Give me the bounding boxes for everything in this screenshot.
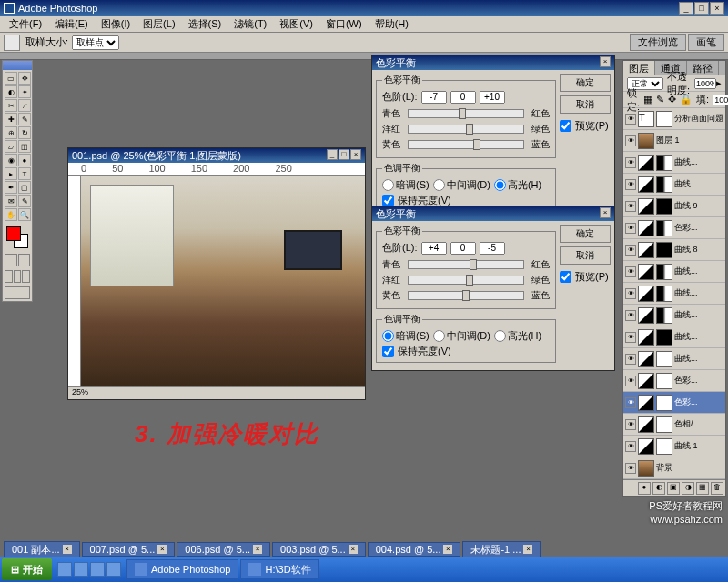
layer-mask-thumb[interactable] <box>656 242 672 258</box>
screen-3[interactable] <box>22 270 30 283</box>
layer-thumb[interactable] <box>638 155 654 171</box>
layer-thumb[interactable] <box>638 176 654 193</box>
radio-input[interactable] <box>433 179 445 191</box>
color-swatches[interactable] <box>6 226 28 248</box>
folder-icon[interactable]: ▣ <box>667 482 680 495</box>
layer-mask-thumb[interactable] <box>656 286 672 302</box>
tab-close-icon[interactable]: × <box>63 545 72 554</box>
eye-icon[interactable]: 👁 <box>625 201 636 212</box>
eye-icon[interactable]: 👁 <box>625 266 636 277</box>
mask-icon[interactable]: ◐ <box>652 482 665 495</box>
tool-brush[interactable]: ✎ <box>18 113 31 125</box>
new-layer-icon[interactable]: ▦ <box>696 482 709 495</box>
doc-min[interactable]: _ <box>327 149 338 160</box>
ql-2[interactable] <box>74 562 88 577</box>
menu-help[interactable]: 帮助(H) <box>369 16 414 32</box>
layer-mask-thumb[interactable] <box>656 155 672 171</box>
tool-shape[interactable]: ▢ <box>18 181 31 194</box>
layer-thumb[interactable] <box>638 351 654 367</box>
tone-radio[interactable]: 中间调(D) <box>433 178 490 192</box>
menu-filter[interactable]: 滤镜(T) <box>228 16 272 32</box>
layer-mask-thumb[interactable] <box>656 373 672 389</box>
tool-type[interactable]: T <box>18 167 31 180</box>
min-button[interactable]: _ <box>679 2 693 15</box>
doc-tab[interactable]: 003.psd @ 5...× <box>272 542 366 557</box>
menu-image[interactable]: 图像(I) <box>96 16 136 32</box>
tool-heal[interactable]: ✚ <box>5 113 17 125</box>
eye-icon[interactable]: 👁 <box>625 441 636 452</box>
tool-eraser[interactable]: ▱ <box>5 140 17 153</box>
layer-row[interactable]: 👁T分析画面问题 <box>623 108 725 130</box>
layer-mask-thumb[interactable] <box>656 198 672 215</box>
screen-1[interactable] <box>5 270 13 283</box>
doc-close[interactable]: × <box>350 149 361 160</box>
mode-quickmask[interactable] <box>18 254 31 266</box>
eye-icon[interactable]: 👁 <box>625 332 636 343</box>
tool-gradient[interactable]: ◫ <box>18 140 31 153</box>
menu-view[interactable]: 视图(V) <box>274 16 318 32</box>
radio-input[interactable] <box>382 179 394 191</box>
tool-move[interactable]: ✥ <box>18 72 31 85</box>
fg-color[interactable] <box>6 226 21 241</box>
slider-thumb[interactable] <box>473 139 480 150</box>
max-button[interactable]: □ <box>694 2 709 15</box>
slider-track[interactable] <box>408 260 524 269</box>
layer-thumb[interactable] <box>638 264 654 280</box>
close-button[interactable]: × <box>710 2 724 15</box>
tool-hand[interactable]: ✋ <box>5 208 17 221</box>
layer-mask-thumb[interactable] <box>656 351 672 367</box>
task-photoshop[interactable]: Adobe Photoshop <box>126 559 238 579</box>
layer-row[interactable]: 👁曲线... <box>623 174 725 196</box>
layer-row[interactable]: 👁色彩... <box>623 392 725 414</box>
tone-radio[interactable]: 暗调(S) <box>382 178 430 192</box>
eye-icon[interactable]: 👁 <box>625 179 636 190</box>
doc-tab[interactable]: 004.psd @ 5...× <box>368 542 461 557</box>
slider-thumb[interactable] <box>459 108 466 119</box>
radio-input[interactable] <box>494 330 506 342</box>
tool-stamp[interactable]: ⊕ <box>5 126 17 139</box>
preview-check-2[interactable] <box>560 271 571 283</box>
layer-mask-thumb[interactable] <box>656 438 672 455</box>
layer-row[interactable]: 👁曲线... <box>623 283 725 305</box>
eye-icon[interactable]: 👁 <box>625 463 636 474</box>
jump-to[interactable] <box>5 286 30 299</box>
menu-layer[interactable]: 图层(L) <box>137 16 180 32</box>
ok-button-2[interactable]: 确定 <box>560 225 611 243</box>
layer-row[interactable]: 👁色彩... <box>623 217 725 239</box>
layer-thumb[interactable] <box>638 242 654 258</box>
layer-row[interactable]: 👁曲线 1 <box>623 436 725 457</box>
trash-icon[interactable]: 🗑 <box>711 482 723 495</box>
layer-row[interactable]: 👁曲线... <box>623 305 725 326</box>
slider-track[interactable] <box>408 109 524 118</box>
layer-thumb[interactable] <box>638 307 654 324</box>
eye-icon[interactable]: 👁 <box>625 419 636 430</box>
menu-edit[interactable]: 编辑(E) <box>49 16 94 32</box>
doc-tab[interactable]: 未标题-1 ...× <box>462 541 541 558</box>
layer-mask-thumb[interactable] <box>656 176 672 193</box>
layer-row[interactable]: 👁曲线... <box>623 326 725 348</box>
doc-tab[interactable]: 006.psd @ 5...× <box>177 542 270 557</box>
tab-close-icon[interactable]: × <box>157 545 167 554</box>
ok-button-1[interactable]: 确定 <box>560 74 611 92</box>
tool-history[interactable]: ↻ <box>18 126 31 139</box>
layer-thumb[interactable] <box>638 133 654 149</box>
layer-thumb[interactable] <box>638 329 654 346</box>
level-input-0[interactable] <box>421 91 447 104</box>
tab-close-icon[interactable]: × <box>523 545 532 554</box>
layer-thumb[interactable] <box>638 220 654 236</box>
eye-icon[interactable]: 👁 <box>625 135 636 146</box>
layer-row[interactable]: 👁图层 1 <box>623 130 725 152</box>
layer-mask-thumb[interactable] <box>656 111 672 127</box>
tool-lasso[interactable]: ◐ <box>5 85 17 98</box>
canvas[interactable] <box>81 176 365 386</box>
eye-icon[interactable]: 👁 <box>625 157 636 168</box>
cancel-button-2[interactable]: 取消 <box>560 246 611 265</box>
tone-radio[interactable]: 中间调(D) <box>433 329 490 343</box>
level2-input-1[interactable] <box>450 242 476 255</box>
layer-row[interactable]: 👁背景 <box>623 457 725 479</box>
slider-thumb[interactable] <box>466 124 473 135</box>
lock-pos-icon[interactable]: ✥ <box>668 94 676 105</box>
toolbox-grip[interactable] <box>3 61 32 70</box>
layer-thumb[interactable] <box>638 460 654 477</box>
layer-row[interactable]: 👁色相/... <box>623 414 725 436</box>
